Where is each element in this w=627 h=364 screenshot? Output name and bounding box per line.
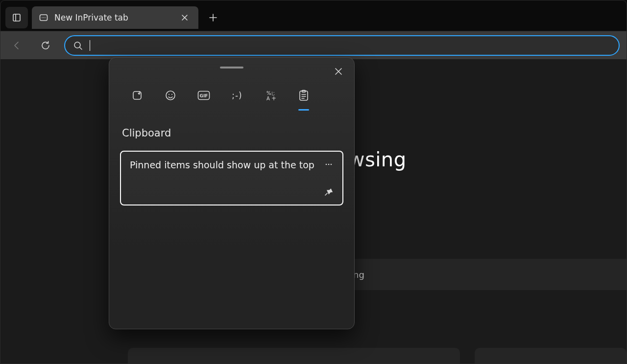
svg-point-5: [45, 17, 46, 18]
back-button[interactable]: [7, 36, 27, 55]
svg-point-10: [74, 42, 80, 48]
svg-text:A: A: [266, 96, 270, 101]
svg-text:GIF: GIF: [200, 93, 208, 98]
panel-close-button[interactable]: [332, 65, 345, 78]
clipboard-item[interactable]: Pinned items should show up at the top: [120, 151, 343, 205]
search-icon: [73, 41, 83, 50]
panel-tab-emoji[interactable]: [161, 86, 180, 105]
svg-point-32: [328, 164, 330, 165]
panel-tab-kaomoji[interactable]: ;-): [228, 86, 246, 105]
panel-tab-gif[interactable]: GIF: [194, 86, 213, 105]
browser-tab[interactable]: New InPrivate tab: [32, 6, 198, 29]
drag-handle[interactable]: [220, 67, 243, 68]
svg-point-33: [331, 164, 332, 165]
clipboard-item-more-button[interactable]: [324, 159, 334, 169]
svg-rect-0: [13, 14, 20, 21]
clipboard-item-text: Pinned items should show up at the top: [130, 159, 314, 170]
tab-actions-button[interactable]: [5, 7, 28, 28]
toolbar: [0, 31, 627, 59]
info-card: [128, 348, 460, 364]
svg-text:+: +: [271, 95, 276, 101]
tab-strip: New InPrivate tab: [0, 0, 627, 31]
info-card: [475, 348, 627, 364]
subbar-text-fragment: ng: [353, 270, 364, 280]
svg-point-16: [138, 93, 140, 94]
svg-point-17: [166, 91, 175, 100]
tab-title: New InPrivate tab: [54, 13, 172, 23]
new-tab-button[interactable]: [202, 7, 224, 28]
panel-tab-row: GIF ;-) %じA+: [120, 86, 343, 105]
tab-close-button[interactable]: [178, 11, 192, 24]
svg-line-11: [80, 47, 82, 49]
panel-section-title: Clipboard: [122, 127, 343, 139]
svg-point-3: [42, 17, 43, 18]
panel-tab-symbols[interactable]: %じA+: [261, 86, 280, 105]
panel-tab-recent[interactable]: [128, 86, 146, 105]
svg-line-34: [325, 193, 327, 195]
reload-button[interactable]: [36, 36, 55, 55]
inprivate-tab-icon: [39, 13, 48, 23]
pin-icon[interactable]: [324, 187, 334, 197]
svg-point-31: [326, 164, 327, 165]
text-cursor: [90, 40, 90, 51]
svg-point-19: [171, 94, 172, 95]
input-panel: GIF ;-) %じA+ Clipboard Pinned items shou…: [109, 57, 355, 329]
svg-point-4: [43, 17, 44, 18]
svg-point-18: [169, 94, 169, 95]
panel-tab-clipboard[interactable]: [294, 86, 313, 105]
address-bar[interactable]: [64, 35, 620, 56]
